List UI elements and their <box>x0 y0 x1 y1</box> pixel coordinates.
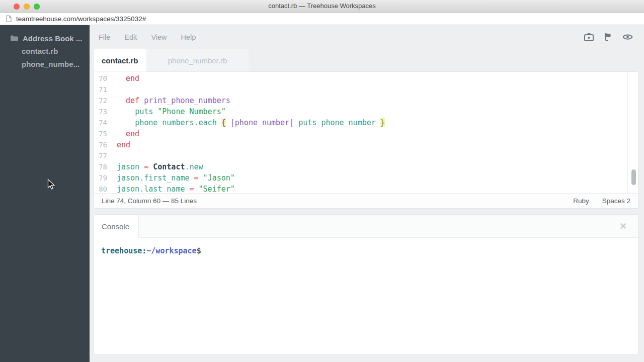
code-line-72[interactable]: 72 def print_phone_numbers <box>94 95 638 106</box>
code-line-75[interactable]: 75 end <box>94 128 638 139</box>
code-editor: 70 end7172 def print_phone_numbers73 put… <box>94 72 638 208</box>
file-tree-sidebar: Address Book ... contact.rbphone_numbe..… <box>0 25 90 362</box>
sidebar-item-contact-rb[interactable]: contact.rb <box>0 45 90 58</box>
code-text: puts "Phone Numbers" <box>117 106 226 117</box>
code-text: end <box>117 128 139 139</box>
code-line-71[interactable]: 71 <box>94 84 638 95</box>
code-text: end <box>117 139 130 150</box>
code-text: jason.first_name = "Jason" <box>117 172 235 184</box>
line-number: 77 <box>94 150 107 161</box>
flag-icon <box>604 33 612 42</box>
scrollbar-thumb[interactable] <box>631 169 636 185</box>
code-text: phone_numbers.each { |phone_number| puts… <box>117 117 385 128</box>
code-text: def print_phone_numbers <box>117 95 230 106</box>
console-close-icon[interactable]: ✕ <box>619 222 627 231</box>
preview-button[interactable] <box>622 33 633 41</box>
menu-view[interactable]: View <box>151 33 167 41</box>
panel-gap <box>90 208 644 215</box>
folder-label: Address Book ... <box>23 34 82 43</box>
camera-icon <box>584 33 594 41</box>
code-line-74[interactable]: 74 phone_numbers.each { |phone_number| p… <box>94 117 638 128</box>
sidebar-file-list: contact.rbphone_numbe... <box>0 45 90 71</box>
close-window-button[interactable] <box>14 4 20 10</box>
language-selector[interactable]: Ruby <box>573 197 589 205</box>
minimize-window-button[interactable] <box>24 4 30 10</box>
editor-tab-bar: contact.rbphone_number.rb <box>90 49 644 72</box>
tab-console[interactable]: Console <box>94 215 139 238</box>
menu-edit[interactable]: Edit <box>124 33 137 41</box>
menu-bar: FileEditViewHelp <box>90 25 644 49</box>
code-line-80[interactable]: 80jason.last_name = "Seifer" <box>94 184 638 193</box>
line-number: 70 <box>94 73 107 84</box>
console-header: Console ✕ <box>94 215 638 238</box>
eye-icon <box>622 33 633 41</box>
snapshot-button[interactable] <box>584 33 594 41</box>
menu-file[interactable]: File <box>99 33 110 41</box>
code-area[interactable]: 70 end7172 def print_phone_numbers73 put… <box>94 72 638 193</box>
line-number: 76 <box>94 139 107 150</box>
line-number: 79 <box>94 172 107 184</box>
workspace-app: Address Book ... contact.rbphone_numbe..… <box>0 25 644 362</box>
page-icon <box>6 15 12 22</box>
line-number: 73 <box>94 106 107 117</box>
menu-items: FileEditViewHelp <box>99 33 210 41</box>
code-text: jason = Contact.new <box>117 161 203 172</box>
console-header-spacer: ✕ <box>139 215 638 238</box>
line-number: 74 <box>94 117 107 128</box>
fork-button[interactable] <box>604 33 612 42</box>
window-title: contact.rb — Treehouse Workspaces <box>0 0 644 12</box>
toolbar-icons <box>584 33 633 42</box>
code-line-77[interactable]: 77 <box>94 150 638 161</box>
console-tab-label: Console <box>102 222 129 231</box>
url-text[interactable]: teamtreehouse.com/workspaces/3325032# <box>16 15 146 23</box>
line-number: 71 <box>94 84 107 95</box>
tab-contact-rb[interactable]: contact.rb <box>94 49 146 72</box>
zoom-window-button[interactable] <box>34 4 40 10</box>
url-bar[interactable]: teamtreehouse.com/workspaces/3325032# <box>0 13 644 25</box>
menu-help[interactable]: Help <box>181 33 196 41</box>
code-text: jason.last_name = "Seifer" <box>117 184 235 193</box>
code-line-70[interactable]: 70 end <box>94 73 638 84</box>
terminal[interactable]: treehouse:~/workspace$ <box>94 238 638 354</box>
folder-icon <box>11 35 18 41</box>
code-line-79[interactable]: 79jason.first_name = "Jason" <box>94 172 638 184</box>
code-line-73[interactable]: 73 puts "Phone Numbers" <box>94 106 638 117</box>
indent-selector[interactable]: Spaces 2 <box>602 197 630 205</box>
main-panel: FileEditViewHelp contact.rbphone_number.… <box>90 25 644 362</box>
cursor-position-text: Line 74, Column 60 — 85 Lines <box>102 197 197 205</box>
console-panel: Console ✕ treehouse:~/workspace$ <box>94 215 638 354</box>
window-titlebar: contact.rb — Treehouse Workspaces <box>0 0 644 13</box>
sidebar-folder-address-book[interactable]: Address Book ... <box>0 32 90 45</box>
line-number: 75 <box>94 128 107 139</box>
terminal-prompt: treehouse:~/workspace$ <box>101 246 201 255</box>
line-number: 78 <box>94 161 107 172</box>
code-line-78[interactable]: 78jason = Contact.new <box>94 161 638 172</box>
tab-phone-number-rb[interactable]: phone_number.rb <box>146 49 249 72</box>
sidebar-item-phone-numbe[interactable]: phone_numbe... <box>0 58 90 71</box>
editor-status-bar: Line 74, Column 60 — 85 Lines Ruby Space… <box>94 193 638 208</box>
line-number: 72 <box>94 95 107 106</box>
editor-scrollbar[interactable] <box>627 72 638 193</box>
code-line-76[interactable]: 76end <box>94 139 638 150</box>
code-text: end <box>117 73 139 84</box>
line-number: 80 <box>94 184 107 193</box>
traffic-lights <box>14 4 40 10</box>
